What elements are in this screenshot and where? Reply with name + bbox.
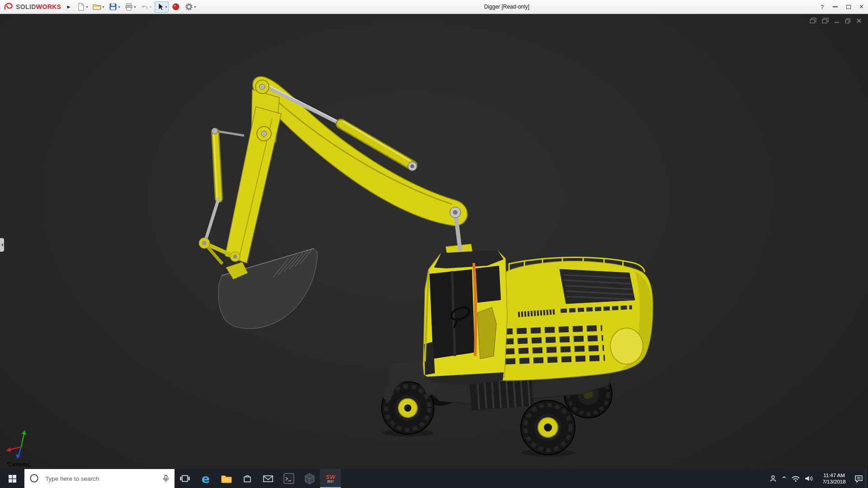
tray-date: 7/13/2018 (822, 479, 845, 485)
excavator-model[interactable] (199, 77, 653, 456)
cab-side-window (476, 266, 501, 303)
window-controls: ? × (816, 0, 868, 14)
wheel-rear-left[interactable] (521, 400, 575, 455)
system-tray: ^ 11:47 AM 7/13/2018 (767, 469, 868, 488)
search-input[interactable] (24, 469, 175, 488)
taskbar-search[interactable] (24, 469, 175, 488)
doc-cascade-icon[interactable] (822, 18, 829, 23)
select-tool-button[interactable]: ▾ (155, 1, 169, 13)
taskbar-app-file-explorer[interactable] (216, 469, 237, 488)
panel-flyout-tab[interactable] (0, 238, 4, 252)
tray-expand-button[interactable]: ^ (779, 469, 789, 488)
bucket-cylinder-rod (205, 198, 219, 241)
tray-time: 11:47 AM (823, 472, 845, 479)
new-document-button[interactable]: ▾ (75, 1, 90, 13)
undo-icon (141, 3, 149, 10)
rebuild-button[interactable] (170, 1, 182, 13)
options-button[interactable]: ▾ (183, 1, 198, 13)
people-button[interactable] (767, 469, 779, 488)
chevron-up-icon: ^ (782, 475, 787, 482)
terminal-icon (283, 473, 294, 484)
network-icon (791, 475, 800, 482)
dropdown-caret-icon[interactable]: ▾ (165, 5, 167, 9)
taskbar-app-mail[interactable] (258, 469, 278, 488)
titlebar: SOLIDWORKS ▶ ▾ ▾ ▾ (0, 0, 868, 14)
dropdown-caret-icon[interactable]: ▾ (118, 5, 120, 9)
orientation-triad[interactable] (6, 430, 26, 459)
close-icon: × (859, 3, 863, 10)
taskbar: e SW 2017 (0, 469, 868, 488)
solidworks-logo: SOLIDWORKS (0, 2, 64, 12)
minimize-icon (833, 6, 838, 7)
cube-app-icon (304, 473, 315, 484)
quick-access-toolbar: ▾ ▾ ▾ ▾ (73, 1, 198, 13)
taskbar-app-terminal[interactable] (278, 469, 299, 488)
new-document-icon (77, 3, 85, 11)
cortana-icon (29, 474, 39, 485)
dropdown-caret-icon[interactable]: ▾ (150, 5, 151, 9)
show-desktop-button[interactable] (865, 469, 868, 488)
dropdown-caret-icon[interactable]: ▾ (86, 5, 88, 9)
start-button[interactable] (0, 469, 24, 488)
open-folder-icon (93, 3, 101, 11)
clock[interactable]: 11:47 AM 7/13/2018 (816, 469, 852, 488)
open-button[interactable]: ▾ (91, 1, 106, 13)
print-button[interactable]: ▾ (123, 1, 137, 13)
x-axis-arrow[interactable] (6, 447, 11, 452)
rear-panel (610, 328, 643, 364)
taskbar-app-edge[interactable]: e (195, 469, 216, 488)
menu-expander-icon[interactable]: ▶ (64, 5, 73, 9)
action-center-icon (854, 475, 863, 483)
cab[interactable] (423, 250, 507, 384)
people-icon (769, 475, 777, 482)
save-button[interactable]: ▾ (107, 1, 122, 13)
z-axis-arrow[interactable] (16, 454, 20, 459)
minimize-button[interactable] (829, 0, 842, 14)
task-view-button[interactable] (175, 469, 195, 488)
mail-icon (263, 475, 273, 483)
taskbar-app-store[interactable] (237, 469, 258, 488)
window-title: Digger [Read-only] (198, 4, 816, 10)
gear-icon (185, 3, 193, 11)
action-center-button[interactable] (852, 469, 865, 488)
help-button[interactable]: ? (816, 0, 829, 14)
store-icon (243, 474, 252, 483)
3d-scene (0, 14, 868, 469)
network-button[interactable] (789, 469, 802, 488)
speaker-icon (805, 475, 814, 482)
undo-button[interactable]: ▾ (139, 1, 153, 13)
doc-minimize-icon[interactable] (834, 18, 840, 23)
dropdown-caret-icon[interactable]: ▾ (134, 5, 136, 9)
solidworks-logo-icon (4, 2, 14, 12)
taskbar-app-cube[interactable] (299, 469, 320, 488)
upper-body[interactable] (501, 257, 653, 380)
print-icon (125, 3, 133, 11)
doc-new-window-icon[interactable] (810, 18, 816, 23)
windows-logo-icon (9, 475, 16, 483)
document-window-controls (810, 18, 862, 23)
y-axis-arrow[interactable] (22, 430, 26, 435)
graphics-viewport[interactable]: *Dimetric (0, 14, 868, 469)
doc-close-icon[interactable] (856, 18, 862, 23)
doc-restore-icon[interactable] (845, 18, 851, 23)
select-cursor-icon (156, 3, 164, 11)
stick (225, 107, 281, 263)
dropdown-caret-icon[interactable]: ▾ (194, 5, 196, 9)
boom (253, 77, 467, 226)
solidworks-app-icon: SW 2017 (326, 474, 335, 483)
flyout-arrow-icon (1, 243, 3, 247)
view-orientation-label: *Dimetric (6, 461, 30, 468)
red-sphere-icon (172, 3, 180, 11)
microphone-icon[interactable] (162, 474, 170, 484)
maximize-button[interactable] (842, 0, 855, 14)
edge-icon: e (202, 473, 210, 485)
dropdown-caret-icon[interactable]: ▾ (102, 5, 104, 9)
taskbar-app-solidworks[interactable]: SW 2017 (320, 469, 341, 488)
file-explorer-icon (221, 474, 232, 483)
save-floppy-icon (109, 3, 117, 11)
brand-text: SOLIDWORKS (16, 3, 61, 10)
task-view-icon (180, 475, 190, 482)
volume-button[interactable] (802, 469, 816, 488)
operator-seat (477, 307, 496, 359)
close-button[interactable]: × (855, 0, 868, 14)
